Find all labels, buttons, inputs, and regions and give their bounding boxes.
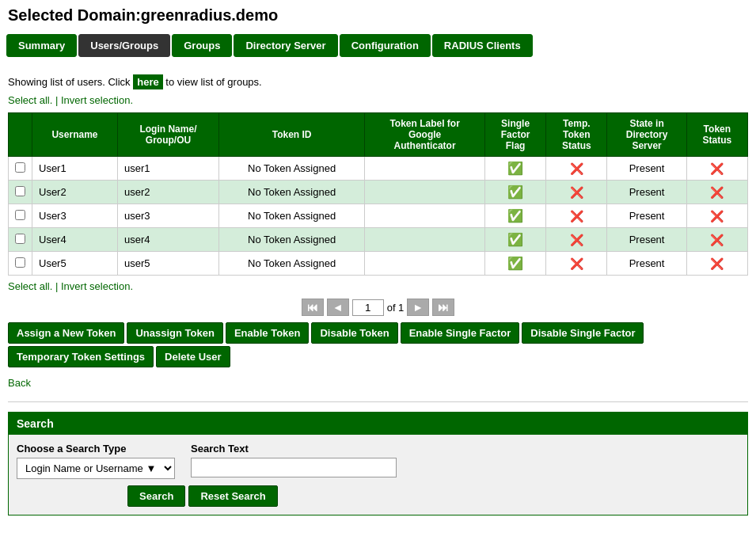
- col-state: State inDirectoryServer: [607, 113, 686, 157]
- col-temp-token: Temp.TokenStatus: [546, 113, 607, 157]
- search-row: Choose a Search Type Login Name or Usern…: [17, 443, 739, 479]
- search-body: Choose a Search Type Login Name or Usern…: [9, 435, 747, 515]
- action-btn-disable-token[interactable]: Disable Token: [311, 322, 397, 344]
- cell-login-4: user5: [117, 252, 218, 276]
- col-token-id: Token ID: [219, 113, 365, 157]
- cell-username-4: User5: [32, 252, 118, 276]
- check-icon: ✅: [507, 185, 523, 199]
- col-username: Username: [32, 113, 118, 157]
- cell-state-0: Present: [607, 157, 686, 181]
- cell-state-3: Present: [607, 228, 686, 252]
- nav-groups[interactable]: Groups: [172, 34, 232, 57]
- cell-temp-token-4: ❌: [546, 252, 607, 276]
- cell-login-1: user2: [117, 181, 218, 204]
- x-icon: ❌: [570, 210, 583, 223]
- page-next[interactable]: ►: [407, 299, 429, 316]
- cell-login-0: user1: [117, 157, 218, 181]
- cell-token-label-1: [365, 181, 485, 204]
- cell-state-2: Present: [607, 204, 686, 228]
- divider: [8, 401, 748, 402]
- search-header: Search: [9, 413, 747, 435]
- nav-users-groups[interactable]: Users/Groups: [78, 34, 170, 57]
- cell-temp-token-0: ❌: [546, 157, 607, 181]
- col-login: Login Name/Group/OU: [117, 113, 218, 157]
- users-table: Username Login Name/Group/OU Token ID To…: [8, 112, 748, 276]
- invert-selection-top[interactable]: Invert selection.: [61, 94, 133, 106]
- select-all-bottom[interactable]: Select all.: [8, 280, 52, 292]
- row-checkbox-0[interactable]: [15, 162, 25, 173]
- search-text-input[interactable]: [191, 458, 397, 477]
- page-input[interactable]: [352, 299, 384, 316]
- cell-token-label-3: [365, 228, 485, 252]
- table-row: User5 user5 No Token Assigned ✅ ❌ Presen…: [9, 252, 748, 276]
- page-last[interactable]: ⏭: [432, 299, 454, 316]
- info-text: Showing list of users. Click here to vie…: [8, 76, 748, 88]
- col-token-label: Token Label forGoogleAuthenticator: [365, 113, 485, 157]
- x-icon: ❌: [570, 257, 583, 270]
- row-checkbox-3[interactable]: [15, 234, 25, 244]
- cell-single-factor-4: ✅: [484, 252, 545, 276]
- col-token-status: TokenStatus: [686, 113, 747, 157]
- reset-search-button[interactable]: Reset Search: [188, 485, 277, 507]
- cell-token-label-0: [365, 157, 485, 181]
- search-buttons: Search Reset Search: [127, 485, 739, 507]
- cell-token-status-4: ❌: [686, 252, 747, 276]
- search-text-col: Search Text: [191, 443, 397, 477]
- select-all-top[interactable]: Select all.: [8, 94, 52, 106]
- x-icon: ❌: [710, 257, 724, 270]
- search-button[interactable]: Search: [127, 485, 185, 507]
- nav-configuration[interactable]: Configuration: [340, 34, 431, 57]
- cell-single-factor-3: ✅: [484, 228, 545, 252]
- action-btn-assign-a-new-token[interactable]: Assign a New Token: [8, 322, 124, 344]
- x-icon: ❌: [570, 186, 583, 199]
- nav-summary[interactable]: Summary: [6, 34, 77, 57]
- pagination: ⏮ ◄ of 1 ► ⏭: [8, 299, 748, 316]
- page-title: Selected Domain:greenradius.demo: [0, 0, 756, 31]
- action-btn-unassign-token[interactable]: Unassign Token: [127, 322, 222, 344]
- cell-temp-token-3: ❌: [546, 228, 607, 252]
- cell-token-id-1: No Token Assigned: [219, 181, 365, 204]
- check-icon: ✅: [507, 209, 523, 223]
- cell-token-status-3: ❌: [686, 228, 747, 252]
- action-btn-temporary-token-settings[interactable]: Temporary Token Settings: [8, 346, 154, 367]
- cell-username-2: User3: [32, 204, 118, 228]
- back-link[interactable]: Back: [8, 377, 31, 389]
- x-icon: ❌: [710, 234, 724, 246]
- cell-login-2: user3: [117, 204, 218, 228]
- check-icon: ✅: [507, 233, 523, 246]
- cell-token-status-1: ❌: [686, 181, 747, 204]
- cell-state-1: Present: [607, 181, 686, 204]
- action-btn-enable-token[interactable]: Enable Token: [226, 322, 310, 344]
- table-row: User2 user2 No Token Assigned ✅ ❌ Presen…: [9, 181, 748, 204]
- cell-username-1: User2: [32, 181, 118, 204]
- x-icon: ❌: [710, 186, 724, 199]
- nav-directory-server[interactable]: Directory Server: [234, 34, 337, 57]
- page-first[interactable]: ⏮: [302, 299, 324, 316]
- table-row: User4 user4 No Token Assigned ✅ ❌ Presen…: [9, 228, 748, 252]
- col-checkbox: [9, 113, 32, 157]
- action-btn-disable-single-factor[interactable]: Disable Single Factor: [522, 322, 644, 344]
- select-links-top: Select all. | Invert selection.: [8, 94, 748, 106]
- cell-username-3: User4: [32, 228, 118, 252]
- cell-token-status-2: ❌: [686, 204, 747, 228]
- nav-radius-clients[interactable]: RADIUS Clients: [432, 34, 533, 57]
- search-section: Search Choose a Search Type Login Name o…: [8, 412, 748, 515]
- cell-token-label-2: [365, 204, 485, 228]
- row-checkbox-1[interactable]: [15, 186, 25, 196]
- row-checkbox-4[interactable]: [15, 257, 25, 268]
- search-type-select[interactable]: Login Name or Username ▼ Email First Nam…: [17, 458, 175, 479]
- check-icon: ✅: [507, 162, 523, 175]
- action-btn-delete-user[interactable]: Delete User: [156, 346, 230, 367]
- here-link[interactable]: here: [133, 74, 162, 89]
- check-icon: ✅: [507, 257, 523, 270]
- x-icon: ❌: [570, 162, 583, 175]
- content-area: Showing list of users. Click here to vie…: [0, 60, 756, 523]
- invert-selection-bottom[interactable]: Invert selection.: [61, 280, 133, 292]
- page-prev[interactable]: ◄: [327, 299, 349, 316]
- action-btn-enable-single-factor[interactable]: Enable Single Factor: [401, 322, 520, 344]
- cell-login-3: user4: [117, 228, 218, 252]
- cell-token-id-2: No Token Assigned: [219, 204, 365, 228]
- col-single-factor: SingleFactorFlag: [484, 113, 545, 157]
- row-checkbox-2[interactable]: [15, 210, 25, 220]
- action-buttons: Assign a New TokenUnassign TokenEnable T…: [8, 322, 748, 367]
